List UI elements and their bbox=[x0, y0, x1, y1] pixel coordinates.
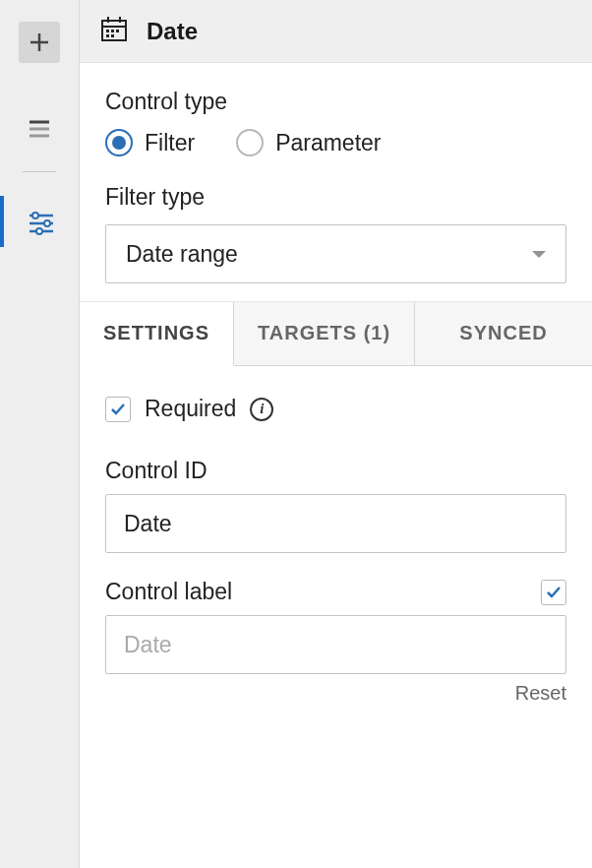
control-type-label: Control type bbox=[105, 89, 566, 115]
control-type-section: Control type Filter Parameter bbox=[80, 63, 592, 174]
required-row: Required i bbox=[105, 396, 566, 422]
list-icon[interactable] bbox=[19, 106, 60, 148]
svg-rect-18 bbox=[106, 34, 109, 37]
radio-parameter-indicator bbox=[236, 129, 264, 156]
config-panel: Date Control type Filter Parameter Filte… bbox=[79, 0, 592, 868]
svg-rect-19 bbox=[111, 34, 114, 37]
filter-type-label: Filter type bbox=[105, 184, 566, 211]
calendar-icon bbox=[99, 15, 129, 48]
tab-settings[interactable]: SETTINGS bbox=[80, 302, 234, 366]
radio-filter-label: Filter bbox=[145, 130, 195, 156]
radio-filter[interactable]: Filter bbox=[105, 129, 195, 156]
info-icon[interactable]: i bbox=[250, 398, 273, 421]
required-checkbox[interactable] bbox=[105, 397, 131, 422]
panel-title: Date bbox=[147, 18, 198, 45]
radio-parameter[interactable]: Parameter bbox=[236, 129, 381, 156]
control-id-group: Control ID bbox=[105, 458, 566, 553]
control-id-input[interactable] bbox=[105, 494, 566, 553]
settings-tabs: SETTINGS TARGETS (1) SYNCED bbox=[80, 301, 592, 366]
control-type-options: Filter Parameter bbox=[105, 129, 566, 156]
tab-targets[interactable]: TARGETS (1) bbox=[234, 302, 415, 365]
chevron-down-icon bbox=[532, 251, 546, 258]
svg-rect-16 bbox=[111, 30, 114, 32]
svg-point-8 bbox=[44, 220, 50, 226]
control-label-group: Control label Reset bbox=[105, 579, 566, 705]
filter-type-value: Date range bbox=[126, 241, 238, 268]
svg-point-10 bbox=[36, 228, 42, 234]
settings-body: Required i Control ID Control label Rese… bbox=[80, 366, 592, 718]
control-label-checkbox[interactable] bbox=[541, 580, 566, 605]
filter-type-select[interactable]: Date range bbox=[105, 224, 566, 283]
svg-rect-17 bbox=[116, 30, 119, 32]
svg-rect-15 bbox=[106, 30, 109, 32]
toolbar-divider bbox=[23, 171, 56, 172]
sliders-icon[interactable] bbox=[0, 196, 79, 247]
control-label-label: Control label bbox=[105, 579, 232, 605]
required-label: Required bbox=[145, 396, 236, 422]
filter-type-section: Filter type Date range bbox=[80, 174, 592, 301]
control-id-label: Control ID bbox=[105, 458, 207, 484]
tab-synced[interactable]: SYNCED bbox=[415, 302, 592, 365]
panel-header: Date bbox=[80, 0, 592, 63]
add-button[interactable] bbox=[19, 22, 60, 63]
left-toolbar bbox=[0, 0, 79, 868]
radio-parameter-label: Parameter bbox=[275, 130, 381, 156]
control-label-input[interactable] bbox=[105, 615, 566, 674]
radio-filter-indicator bbox=[105, 129, 133, 156]
reset-link[interactable]: Reset bbox=[105, 682, 566, 705]
svg-point-6 bbox=[32, 213, 38, 218]
